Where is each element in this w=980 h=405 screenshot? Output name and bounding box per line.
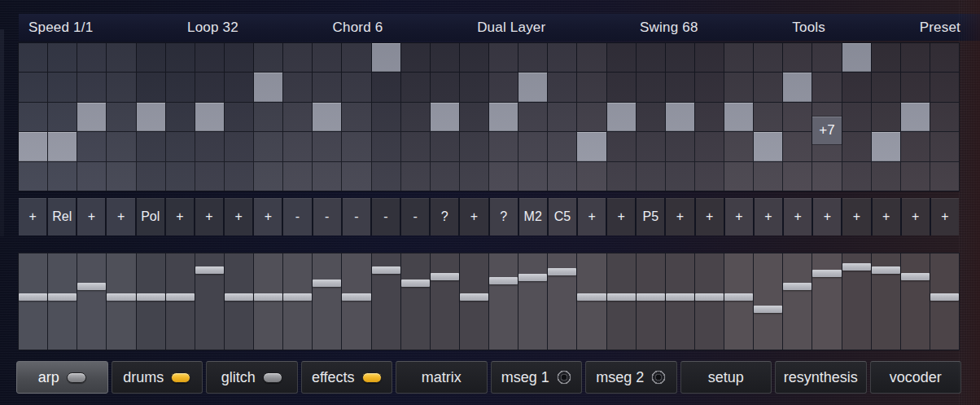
note-cell-r3-c10[interactable] xyxy=(283,103,312,131)
tab-matrix[interactable]: matrix xyxy=(396,361,488,394)
note-cell-r1-c8[interactable] xyxy=(225,43,253,72)
step-modifier-c9[interactable]: + xyxy=(254,198,282,236)
velocity-slider-c5[interactable] xyxy=(137,253,165,350)
note-cell-r5-c26[interactable] xyxy=(754,162,782,191)
note-cell-r3-c3[interactable] xyxy=(77,103,106,131)
step-modifier-c1[interactable]: + xyxy=(19,198,46,236)
note-cell-r5-c1[interactable] xyxy=(19,162,47,191)
note-cell-r1-c12[interactable] xyxy=(342,43,370,72)
note-cell-r3-c22[interactable] xyxy=(637,103,665,131)
note-cell-r4-c12[interactable] xyxy=(342,132,370,161)
note-cell-r5-c18[interactable] xyxy=(518,162,547,191)
tab-arp[interactable]: arp xyxy=(16,361,108,394)
step-modifier-c7[interactable]: + xyxy=(195,198,223,236)
note-cell-r4-c24[interactable] xyxy=(695,132,724,161)
velocity-slider-c32[interactable] xyxy=(930,253,959,350)
note-cell-r1-c17[interactable] xyxy=(489,43,518,72)
led-on-icon[interactable] xyxy=(171,372,190,383)
note-cell-r3-c1[interactable] xyxy=(19,103,47,131)
velocity-slider-c20[interactable] xyxy=(577,253,606,350)
step-modifier-c12[interactable]: - xyxy=(343,198,370,236)
note-cell-r2-c9[interactable] xyxy=(254,73,282,101)
note-cell-r2-c16[interactable] xyxy=(460,73,488,101)
note-cell-r4-c17[interactable] xyxy=(489,132,518,161)
note-cell-r2-c1[interactable] xyxy=(19,73,47,101)
menu-swing[interactable]: Swing 68 xyxy=(640,20,698,36)
velocity-slider-c3[interactable] xyxy=(77,253,106,350)
note-cell-r4-c7[interactable] xyxy=(195,132,224,161)
step-modifier-c23[interactable]: + xyxy=(666,198,693,236)
note-cell-r5-c13[interactable] xyxy=(372,162,400,191)
note-cell-r2-c26[interactable] xyxy=(754,73,782,101)
note-cell-r5-c9[interactable] xyxy=(254,162,282,191)
note-cell-r5-c17[interactable] xyxy=(489,162,518,191)
step-modifier-c21[interactable]: + xyxy=(607,198,635,236)
note-cell-r2-c5[interactable] xyxy=(137,73,165,101)
note-cell-r4-c29[interactable] xyxy=(842,132,871,161)
tab-effects[interactable]: effects xyxy=(301,361,393,394)
note-cell-r4-c8[interactable] xyxy=(225,132,253,161)
note-cell-r1-c9[interactable] xyxy=(254,43,282,72)
note-cell-r3-c32[interactable] xyxy=(930,103,959,131)
note-cell-r4-c23[interactable] xyxy=(666,132,694,161)
tab-mseg-2[interactable]: mseg 2 xyxy=(585,361,677,394)
led-off-icon[interactable] xyxy=(263,372,282,383)
step-modifier-c30[interactable]: + xyxy=(873,198,900,236)
note-cell-r5-c6[interactable] xyxy=(166,162,195,191)
step-modifier-c25[interactable]: + xyxy=(725,198,753,236)
note-cell-r3-c15[interactable] xyxy=(431,103,459,131)
note-cell-r2-c14[interactable] xyxy=(401,73,430,101)
note-cell-r3-c2[interactable] xyxy=(48,103,77,131)
note-cell-r3-c12[interactable] xyxy=(342,103,370,131)
step-modifier-c5[interactable]: Pol xyxy=(137,198,164,236)
note-cell-r3-c29[interactable] xyxy=(842,103,871,131)
note-cell-r1-c20[interactable] xyxy=(577,43,606,72)
step-modifier-c19[interactable]: C5 xyxy=(549,198,576,236)
note-cell-r4-c13[interactable] xyxy=(372,132,400,161)
note-cell-r1-c21[interactable] xyxy=(607,43,636,72)
note-cell-r5-c3[interactable] xyxy=(77,162,106,191)
note-cell-r5-c23[interactable] xyxy=(666,162,694,191)
note-cell-r1-c3[interactable] xyxy=(77,43,106,72)
step-modifier-c27[interactable]: + xyxy=(784,198,812,236)
velocity-slider-c27[interactable] xyxy=(783,253,812,350)
note-cell-r2-c11[interactable] xyxy=(313,73,341,101)
note-cell-r1-c25[interactable] xyxy=(724,43,753,72)
velocity-slider-c8[interactable] xyxy=(225,253,253,350)
velocity-slider-c2[interactable] xyxy=(48,253,77,350)
velocity-slider-c28[interactable] xyxy=(812,253,841,350)
velocity-slider-c16[interactable] xyxy=(460,253,488,350)
led-on-icon[interactable] xyxy=(362,372,382,383)
menu-loop[interactable]: Loop 32 xyxy=(187,20,238,36)
note-cell-r2-c22[interactable] xyxy=(637,73,665,101)
step-modifier-c10[interactable]: - xyxy=(283,198,311,236)
note-cell-r1-c18[interactable] xyxy=(518,43,547,72)
note-cell-r4-c21[interactable] xyxy=(607,132,636,161)
step-modifier-c6[interactable]: + xyxy=(166,198,194,236)
note-cell-r3-c20[interactable] xyxy=(577,103,606,131)
transpose-cell[interactable]: +7 xyxy=(812,117,841,144)
velocity-slider-c29[interactable] xyxy=(842,253,871,350)
note-cell-r1-c5[interactable] xyxy=(137,43,165,72)
note-cell-r5-c27[interactable] xyxy=(783,162,812,191)
note-cell-r5-c4[interactable] xyxy=(107,162,135,191)
velocity-slider-c21[interactable] xyxy=(607,253,636,350)
note-cell-r1-c1[interactable] xyxy=(19,43,47,72)
menu-tools[interactable]: Tools xyxy=(792,20,825,36)
note-cell-r2-c32[interactable] xyxy=(930,73,959,101)
note-cell-r2-c31[interactable] xyxy=(901,73,930,101)
velocity-slider-c18[interactable] xyxy=(518,253,547,350)
note-cell-r3-c25[interactable] xyxy=(724,103,753,131)
note-cell-r4-c27[interactable] xyxy=(783,132,812,161)
step-modifier-c13[interactable]: - xyxy=(372,198,400,236)
note-cell-r4-c5[interactable] xyxy=(137,132,165,161)
note-cell-r4-c4[interactable] xyxy=(107,132,135,161)
note-cell-r5-c11[interactable] xyxy=(313,162,341,191)
note-cell-r4-c14[interactable] xyxy=(401,132,430,161)
note-cell-r2-c29[interactable] xyxy=(842,73,871,101)
note-cell-r3-c27[interactable] xyxy=(783,103,812,131)
note-cell-r1-c22[interactable] xyxy=(637,43,665,72)
velocity-slider-c17[interactable] xyxy=(489,253,518,350)
step-modifier-c17[interactable]: ? xyxy=(490,198,518,236)
note-cell-r4-c22[interactable] xyxy=(637,132,665,161)
